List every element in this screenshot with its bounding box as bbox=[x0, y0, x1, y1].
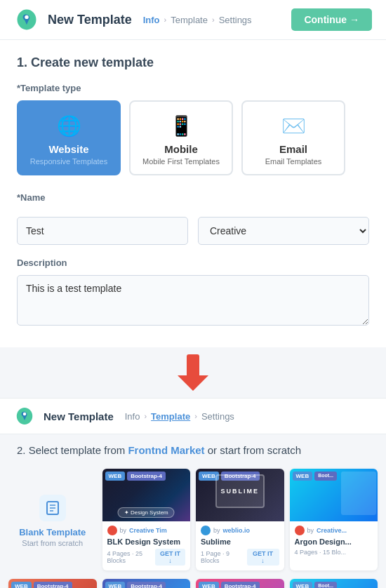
section-create: 1. Create new template *Template type 🌐 … bbox=[0, 40, 386, 347]
section2-title-bar: 2. Select template from Frontnd Market o… bbox=[0, 434, 386, 463]
template-meta-blk: 4 Pages · 25 Blocks GET IT ↓ bbox=[107, 549, 186, 566]
breadcrumb-template[interactable]: Template bbox=[171, 15, 208, 25]
type-card-website[interactable]: 🌐 Website Responsive Templates bbox=[17, 100, 121, 175]
logo-icon bbox=[14, 7, 39, 32]
template-thumbnail-blk: WEB Bootstrap-4 ✦ Design System bbox=[102, 469, 191, 521]
template-thumbnail-argon: WEB Boot... bbox=[290, 469, 378, 521]
app-title-2: New Template bbox=[44, 410, 114, 422]
name-row: Creative Business Portfolio Blog eCommer… bbox=[17, 217, 369, 245]
name-label: *Name bbox=[17, 192, 369, 203]
get-it-sublime[interactable]: GET IT ↓ bbox=[247, 549, 279, 566]
author-avatar-sublime bbox=[201, 526, 211, 535]
laptop-mockup: Sublime bbox=[215, 474, 265, 508]
blank-template-sub: Start from scratch bbox=[22, 539, 83, 547]
description-area: Description This is a test template bbox=[17, 258, 369, 328]
description-label: Description bbox=[17, 258, 369, 268]
template-card-now-ui[interactable]: WEB Bootstrap-4 N Now UI Kit bbox=[196, 579, 284, 588]
website-icon: 🌐 bbox=[27, 114, 111, 138]
breadcrumb-info[interactable]: Info bbox=[143, 15, 160, 25]
template-types: 🌐 Website Responsive Templates 📱 Mobile … bbox=[17, 100, 369, 178]
breadcrumb2-settings[interactable]: Settings bbox=[201, 411, 234, 422]
template-meta-argon: 4 Pages · 15 Blo... bbox=[295, 549, 373, 556]
template-thumbnail-stream: WEB Bootstrap-4 Stream - UI Kit bbox=[8, 579, 97, 588]
template-info-argon: by Creative... Argon Design... 4 Pages ·… bbox=[290, 521, 378, 561]
template-type-label: *Template type bbox=[17, 83, 369, 93]
description-input[interactable]: This is a test template bbox=[17, 275, 369, 326]
template-info-sublime: by weblio.io Sublime 1 Page · 9 Blocks G… bbox=[196, 521, 284, 570]
breadcrumb2-template[interactable]: Template bbox=[151, 411, 190, 422]
badge-row-blk: WEB Bootstrap-4 bbox=[105, 472, 166, 481]
section2-nav: New Template Info › Template › Settings bbox=[0, 398, 386, 434]
templates-grid: Blank Template Start from scratch WEB Bo… bbox=[0, 463, 386, 576]
blank-template-card[interactable]: Blank Template Start from scratch bbox=[6, 466, 100, 573]
continue-button[interactable]: Continue → bbox=[291, 8, 372, 31]
website-title: Website bbox=[27, 143, 111, 155]
website-sub: Responsive Templates bbox=[27, 157, 111, 166]
blank-template-title: Blank Template bbox=[19, 527, 86, 537]
section1-title: 1. Create new template bbox=[17, 55, 369, 70]
template-thumbnail-sublime: WEB Bootstrap-4 Sublime bbox=[196, 469, 284, 521]
author-blk: Creative Tim bbox=[129, 527, 167, 534]
email-icon: ✉️ bbox=[251, 114, 335, 138]
mobile-sub: Mobile First Templates bbox=[139, 157, 223, 166]
email-title: Email bbox=[251, 143, 335, 155]
templates-grid-row2: WEB Bootstrap-4 Stream - UI Kit Stream -… bbox=[0, 576, 386, 588]
bs4-badge-stream: Bootstrap-4 bbox=[34, 582, 72, 588]
template-card-material[interactable]: WEB Bootstrap-4 Material Kit. Material K… bbox=[102, 579, 191, 588]
author-avatar-argon bbox=[295, 526, 305, 535]
app-title: New Template bbox=[48, 13, 132, 27]
blank-icon bbox=[39, 495, 66, 521]
template-thumbnail-sh: WEB Boot... SH bbox=[290, 579, 378, 588]
sep2: › bbox=[212, 15, 215, 24]
bs4-badge-sh: Boot... bbox=[314, 582, 337, 588]
template-thumbnail-material: WEB Bootstrap-4 Material Kit. bbox=[102, 579, 191, 588]
template-name-sublime: Sublime bbox=[201, 537, 279, 546]
name-input[interactable] bbox=[17, 217, 188, 245]
sep1: › bbox=[164, 15, 167, 24]
category-select[interactable]: Creative Business Portfolio Blog eCommer… bbox=[198, 217, 369, 245]
top-nav: New Template Info › Template › Settings … bbox=[0, 0, 386, 40]
badge-row-argon: WEB Boot... bbox=[293, 472, 337, 481]
market-link[interactable]: Frontnd Market bbox=[128, 444, 204, 456]
type-card-email[interactable]: ✉️ Email Email Templates bbox=[241, 100, 345, 175]
author-avatar-blk bbox=[107, 526, 117, 535]
arrow-divider bbox=[0, 347, 386, 398]
template-info-blk: by Creative Tim BLK Design System 4 Page… bbox=[102, 521, 191, 570]
web-badge-sh: WEB bbox=[293, 582, 313, 588]
template-meta-sublime: 1 Page · 9 Blocks GET IT ↓ bbox=[201, 549, 279, 566]
template-card-sh[interactable]: WEB Boot... SH SH... bbox=[290, 579, 378, 588]
web-badge-stream: WEB bbox=[11, 582, 32, 588]
template-card-stream[interactable]: WEB Bootstrap-4 Stream - UI Kit Stream -… bbox=[8, 579, 97, 588]
template-name-blk: BLK Design System bbox=[107, 537, 186, 546]
template-card-blk[interactable]: WEB Bootstrap-4 ✦ Design System by Creat… bbox=[102, 469, 191, 570]
bs4-badge-material: Bootstrap-4 bbox=[127, 582, 166, 588]
bs4-badge-now: Bootstrap-4 bbox=[221, 582, 260, 588]
template-name-argon: Argon Design... bbox=[295, 537, 373, 546]
type-card-mobile[interactable]: 📱 Mobile Mobile First Templates bbox=[129, 100, 233, 175]
template-card-sublime[interactable]: WEB Bootstrap-4 Sublime by weblio.io Sub… bbox=[196, 469, 284, 570]
template-thumbnail-now: WEB Bootstrap-4 N bbox=[196, 579, 284, 588]
breadcrumb-settings[interactable]: Settings bbox=[219, 15, 252, 25]
web-badge-material: WEB bbox=[105, 582, 126, 588]
breadcrumb2-info[interactable]: Info bbox=[125, 411, 140, 422]
mobile-icon: 📱 bbox=[139, 114, 223, 138]
bs4-badge: Bootstrap-4 bbox=[127, 472, 166, 481]
breadcrumb: Info › Template › Settings bbox=[143, 15, 252, 25]
argon-mockup bbox=[341, 472, 376, 515]
get-it-blk[interactable]: GET IT ↓ bbox=[155, 549, 185, 566]
design-system-pill: ✦ Design System bbox=[118, 507, 175, 518]
author-sublime: weblio.io bbox=[223, 527, 251, 534]
svg-point-1 bbox=[23, 413, 27, 416]
template-card-argon[interactable]: WEB Boot... by Creative... Argon Design.… bbox=[290, 469, 378, 570]
logo-icon-2 bbox=[14, 406, 35, 427]
bs4-badge-argon: Boot... bbox=[314, 472, 337, 481]
web-badge-argon: WEB bbox=[293, 472, 313, 481]
author-argon: Creative... bbox=[317, 527, 347, 534]
svg-point-0 bbox=[25, 15, 28, 19]
web-badge: WEB bbox=[105, 472, 126, 481]
breadcrumb-2: Info › Template › Settings bbox=[125, 411, 234, 422]
mobile-title: Mobile bbox=[139, 143, 223, 155]
email-sub: Email Templates bbox=[251, 157, 335, 166]
web-badge-now: WEB bbox=[199, 582, 219, 588]
